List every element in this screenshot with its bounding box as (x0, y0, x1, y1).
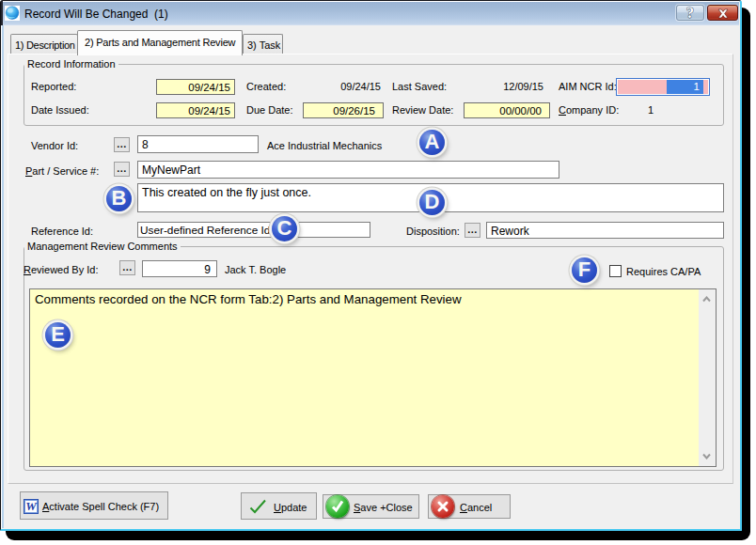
svg-text:?: ? (686, 6, 694, 20)
